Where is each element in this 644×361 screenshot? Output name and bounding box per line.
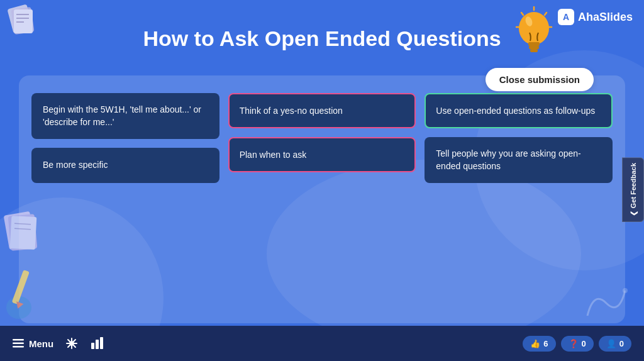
bottom-right-stats: 👍 6 ❓ 0 👤 0 (523, 336, 631, 352)
user-icon: 👤 (606, 339, 616, 348)
feedback-wrapper: ❮ Get Feedback (622, 157, 644, 222)
feedback-tab-label: Get Feedback (630, 163, 637, 208)
svg-rect-21 (10, 216, 37, 250)
logo-icon: A (558, 9, 574, 25)
cards-grid: Begin with the 5W1H, 'tell me about...' … (31, 93, 613, 183)
svg-rect-34 (96, 340, 99, 349)
svg-rect-33 (91, 343, 94, 349)
svg-rect-25 (13, 339, 24, 341)
user-stat: 👤 0 (599, 336, 631, 352)
page-title: How to Ask Open Ended Questions (0, 26, 644, 51)
logo-text: AhaSlides (578, 11, 633, 24)
card-5: Use open-ended questions as follow-ups (425, 93, 613, 128)
card-1: Begin with the 5W1H, 'tell me about...' … (31, 93, 219, 139)
svg-rect-35 (100, 337, 103, 349)
bottom-bar: Menu 👍 6 ❓ 0 (0, 326, 644, 361)
column-0: Begin with the 5W1H, 'tell me about...' … (31, 93, 219, 183)
menu-button[interactable]: Menu (13, 338, 53, 349)
question-icon: ❓ (569, 339, 579, 348)
thumbs-up-icon: 👍 (530, 339, 540, 348)
chart-button[interactable] (90, 336, 104, 350)
card-2: Be more specific (31, 148, 219, 183)
thumbs-up-count: 6 (543, 339, 548, 348)
svg-line-12 (545, 13, 547, 15)
confetti-icon (65, 336, 79, 350)
logo: A AhaSlides (558, 9, 633, 25)
thumbs-up-stat: 👍 6 (523, 336, 555, 352)
deco-squiggle-icon (581, 284, 631, 322)
svg-rect-26 (13, 343, 24, 345)
card-3: Think of a yes-no question (228, 93, 416, 128)
card-6: Tell people why you are asking open-ende… (425, 137, 613, 183)
column-1: Think of a yes-no question Plan when to … (228, 93, 416, 183)
user-count: 0 (619, 339, 624, 348)
svg-rect-27 (13, 346, 24, 348)
bottom-left-controls: Menu (13, 336, 104, 350)
question-stat: ❓ 0 (561, 336, 594, 352)
menu-label: Menu (29, 338, 53, 349)
chart-icon (90, 336, 104, 350)
confetti-button[interactable] (65, 336, 79, 350)
menu-icon (13, 339, 24, 348)
question-count: 0 (582, 339, 586, 348)
svg-line-13 (521, 13, 523, 15)
svg-point-24 (623, 288, 628, 293)
close-submission-button[interactable]: Close submission (486, 68, 594, 91)
logo-icon-letter: A (563, 12, 569, 22)
card-4: Plan when to ask (228, 137, 416, 172)
get-feedback-tab[interactable]: ❮ Get Feedback (622, 157, 644, 222)
column-2: Use open-ended questions as follow-ups T… (425, 93, 613, 183)
deco-note-icon (3, 210, 41, 254)
content-area: Begin with the 5W1H, 'tell me about...' … (19, 75, 625, 323)
feedback-arrow-icon: ❮ (629, 211, 637, 216)
deco-pencil-icon (0, 257, 44, 320)
